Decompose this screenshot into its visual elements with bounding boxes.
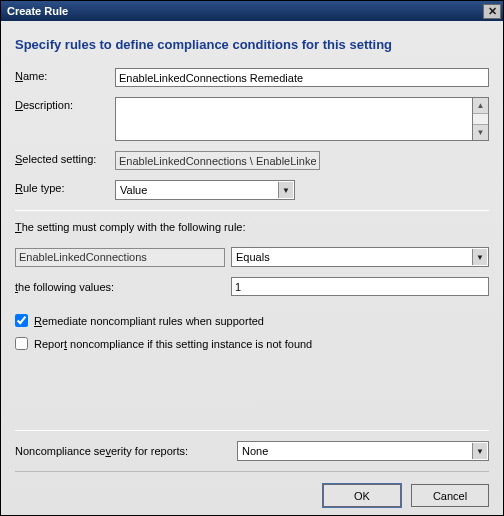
divider xyxy=(15,430,489,431)
description-input[interactable] xyxy=(115,97,473,141)
description-scrollbar[interactable]: ▲ ▼ xyxy=(473,97,489,141)
name-label: Name: xyxy=(15,68,115,82)
operator-value: Equals xyxy=(236,251,270,263)
rule-type-value: Value xyxy=(120,184,147,196)
rule-type-label: Rule type: xyxy=(15,180,115,194)
selected-setting-label: Selected setting: xyxy=(15,151,115,165)
scroll-down-icon[interactable]: ▼ xyxy=(473,124,488,140)
divider xyxy=(15,210,489,211)
remediate-checkbox[interactable] xyxy=(15,314,28,327)
report-noncompliance-label: Report noncompliance if this setting ins… xyxy=(34,338,312,350)
severity-value: None xyxy=(242,445,268,457)
severity-dropdown[interactable]: None ▼ xyxy=(237,441,489,461)
dialog-buttons: OK Cancel xyxy=(15,471,489,511)
rule-type-dropdown[interactable]: Value ▼ xyxy=(115,180,295,200)
rule-setting-name xyxy=(15,248,225,267)
close-icon[interactable]: ✕ xyxy=(483,4,501,19)
ok-button[interactable]: OK xyxy=(323,484,401,507)
selected-setting-readonly xyxy=(115,151,320,170)
remediate-label: Remediate noncompliant rules when suppor… xyxy=(34,315,264,327)
client-area: Specify rules to define compliance condi… xyxy=(1,21,503,515)
following-values-label: the following values: xyxy=(15,281,231,293)
report-noncompliance-checkbox[interactable] xyxy=(15,337,28,350)
name-input[interactable] xyxy=(115,68,489,87)
severity-label: Noncompliance severity for reports: xyxy=(15,445,231,457)
page-heading: Specify rules to define compliance condi… xyxy=(15,37,489,52)
cancel-button[interactable]: Cancel xyxy=(411,484,489,507)
values-input[interactable] xyxy=(231,277,489,296)
chevron-down-icon: ▼ xyxy=(472,443,487,459)
chevron-down-icon: ▼ xyxy=(278,182,293,198)
operator-dropdown[interactable]: Equals ▼ xyxy=(231,247,489,267)
rule-sentence-label: The setting must comply with the followi… xyxy=(15,221,489,233)
window-title: Create Rule xyxy=(7,5,483,17)
create-rule-dialog: Create Rule ✕ Specify rules to define co… xyxy=(0,0,504,516)
titlebar: Create Rule ✕ xyxy=(1,1,503,21)
description-label: Description: xyxy=(15,97,115,111)
chevron-down-icon: ▼ xyxy=(472,249,487,265)
scroll-up-icon[interactable]: ▲ xyxy=(473,98,488,114)
